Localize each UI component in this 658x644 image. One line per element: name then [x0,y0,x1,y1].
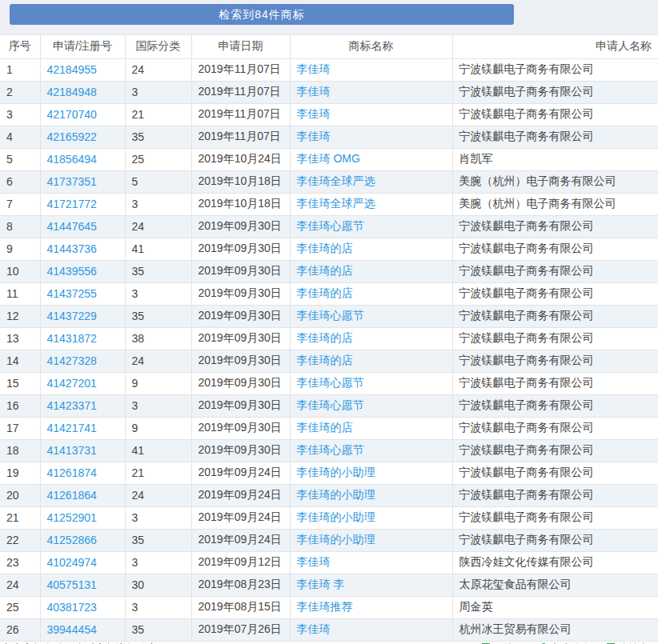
registration-number-link[interactable]: 41437255 [47,287,97,300]
registration-number-link-cell: 42170740 [40,103,125,126]
registration-number-link[interactable]: 41439556 [47,265,97,278]
trademark-name-link[interactable]: 李佳琦全球严选 [297,174,375,187]
search-result-count-banner: 检索到84件商标 [10,4,514,25]
trademark-name-link[interactable]: 李佳琦的店 [297,331,353,344]
trademark-name-link[interactable]: 李佳琦心愿节 [297,376,364,389]
table-row: 1241437229352019年09月30日李佳琦心愿节宁波镁麒电子商务有限公… [0,305,658,327]
trademark-name-link[interactable]: 李佳琦心愿节 [297,398,364,411]
row-index-cell: 19 [0,462,40,484]
trademark-name-link[interactable]: 李佳琦 [297,555,331,568]
trademark-name-link[interactable]: 李佳琦 [297,85,331,98]
trademark-name-link-cell: 李佳琦 [290,551,452,574]
registration-number-link[interactable]: 41421741 [47,422,97,434]
table-row: 24218494832019年11月07日李佳琦宁波镁麒电子商务有限公司 [0,81,658,103]
intl-class-cell: 35 [125,126,191,148]
applicant-name-cell: 宁波镁麒电子商务有限公司 [452,506,658,529]
trademark-name-link-cell: 李佳琦的小助理 [290,529,452,551]
trademark-name-link[interactable]: 李佳琦全球严选 [297,197,375,210]
registration-number-link[interactable]: 41413731 [47,444,97,457]
registration-number-link[interactable]: 40575131 [47,578,97,591]
application-date-cell: 2019年11月07日 [191,103,290,126]
applicant-name-cell: 宁波镁麒电子商务有限公司 [452,462,658,484]
registration-number-link[interactable]: 41437229 [47,310,97,322]
registration-number-link[interactable]: 41721772 [47,198,97,210]
table-row: 442165922352019年11月07日李佳琦宁波镁麒电子商务有限公司 [0,126,658,148]
registration-number-link-cell: 40575131 [40,574,125,596]
trademark-name-link-cell: 李佳琦 [290,618,452,641]
registration-number-link[interactable]: 41427328 [47,354,97,367]
registration-number-link-cell: 41024974 [40,551,125,574]
trademark-name-link-cell: 李佳琦 [290,126,452,148]
registration-number-link[interactable]: 41261864 [47,489,97,502]
applicant-name-cell: 陕西冷娃文化传媒有限公司 [452,551,658,574]
intl-class-cell: 35 [125,260,191,282]
footer-strip-cutoff: 点击商标名称可查看商标详细信息 已注册初审公告申请中 [0,641,658,644]
row-index-cell: 8 [0,215,40,238]
intl-class-cell: 3 [125,394,191,417]
row-index-cell: 17 [0,417,40,439]
table-row: 1441427328242019年09月30日李佳琦的店宁波镁麒电子商务有限公司 [0,350,658,372]
trademark-name-link[interactable]: 李佳琦的店 [297,354,353,366]
trademark-name-link[interactable]: 李佳琦 OMG [297,152,360,165]
application-date-cell: 2019年08月15日 [191,596,290,618]
trademark-name-link[interactable]: 李佳琦的小助理 [297,533,375,546]
trademark-name-link[interactable]: 李佳琦的店 [297,264,353,277]
table-header-row: 序号 申请/注册号 国际分类 申请日期 商标名称 申请人名称 [0,35,658,58]
registration-number-link[interactable]: 41427201 [47,377,97,390]
applicant-name-cell: 美腕（杭州）电子商务有限公司 [452,170,658,193]
trademark-name-link[interactable]: 李佳琦心愿节 [297,219,364,232]
registration-number-link[interactable]: 40381723 [47,601,97,614]
registration-number-link[interactable]: 41252866 [47,534,97,546]
row-index-cell: 3 [0,103,40,126]
trademark-name-link-cell: 李佳琦的店 [290,260,452,282]
registration-number-link[interactable]: 41252901 [47,511,97,524]
intl-class-cell: 3 [125,506,191,529]
registration-number-link[interactable]: 42165922 [47,130,97,143]
registration-number-link[interactable]: 41423371 [47,399,97,412]
trademark-name-link[interactable]: 李佳琦的店 [297,242,353,254]
registration-number-link[interactable]: 41856494 [47,153,97,166]
application-date-cell: 2019年11月07日 [191,58,290,81]
application-date-cell: 2019年11月07日 [191,81,290,103]
registration-number-link[interactable]: 42184955 [47,63,97,76]
registration-number-link[interactable]: 41261874 [47,466,97,479]
registration-number-link-cell: 41423371 [40,394,125,417]
registration-number-link[interactable]: 39944454 [47,623,97,636]
table-row: 941443736412019年09月30日李佳琦的店宁波镁麒电子商务有限公司 [0,238,658,260]
trademark-name-link[interactable]: 李佳琦 [297,130,331,142]
registration-number-link[interactable]: 41024974 [47,556,97,569]
trademark-name-link[interactable]: 李佳琦的小助理 [297,488,375,501]
registration-number-link[interactable]: 42170740 [47,108,97,121]
registration-number-link[interactable]: 42184948 [47,86,97,98]
row-index-cell: 5 [0,148,40,170]
registration-number-link[interactable]: 41431872 [47,332,97,345]
trademark-name-link-cell: 李佳琦的小助理 [290,484,452,506]
trademark-name-link[interactable]: 李佳琦的店 [297,286,353,299]
trademark-name-link[interactable]: 李佳琦 [297,62,331,75]
registration-number-link-cell: 41431872 [40,327,125,350]
trademark-name-link[interactable]: 李佳琦 李 [297,578,345,590]
registration-number-link-cell: 41721772 [40,193,125,215]
registration-number-link[interactable]: 41443736 [47,242,97,255]
trademark-name-link[interactable]: 李佳琦 [297,107,331,120]
registration-number-link[interactable]: 41737351 [47,175,97,188]
trademark-name-link[interactable]: 李佳琦的小助理 [297,510,375,523]
intl-class-cell: 24 [125,484,191,506]
header-trademark-name: 商标名称 [290,35,452,58]
intl-class-cell: 38 [125,327,191,350]
trademark-name-link[interactable]: 李佳琦的小助理 [297,466,375,478]
trademark-name-link[interactable]: 李佳琦心愿节 [297,443,364,456]
registration-number-link-cell: 40381723 [40,596,125,618]
table-row: 841447645242019年09月30日李佳琦心愿节宁波镁麒电子商务有限公司 [0,215,658,238]
applicant-name-cell: 宁波镁麒电子商务有限公司 [452,417,658,439]
trademark-name-link[interactable]: 李佳琦的店 [297,421,353,434]
row-index-cell: 20 [0,484,40,506]
registration-number-link-cell: 41427328 [40,350,125,372]
trademark-name-link-cell: 李佳琦全球严选 [290,170,452,193]
registration-number-link[interactable]: 41447645 [47,220,97,233]
application-date-cell: 2019年09月30日 [191,394,290,417]
trademark-name-link[interactable]: 李佳琦 [297,622,331,635]
trademark-name-link[interactable]: 李佳琦心愿节 [297,309,364,322]
trademark-name-link[interactable]: 李佳琦推荐 [297,600,353,613]
header-registration-number: 申请/注册号 [40,35,125,58]
